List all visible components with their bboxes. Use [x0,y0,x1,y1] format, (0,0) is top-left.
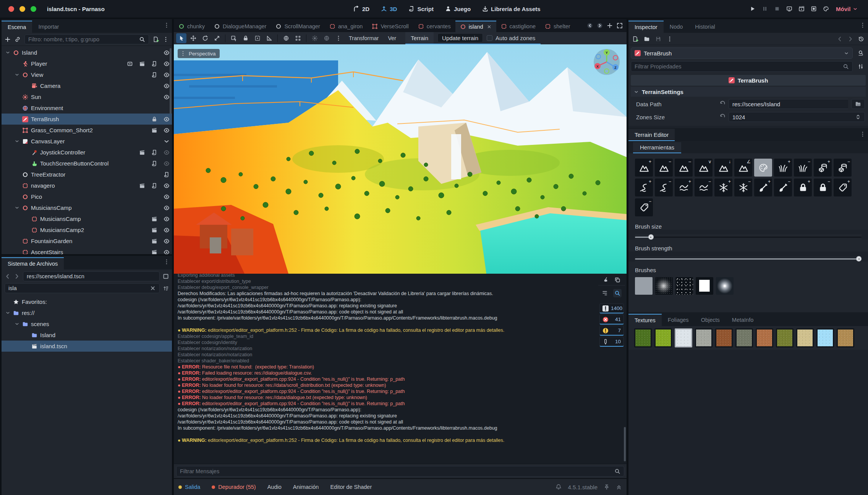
chevdown-toggle-icon[interactable] [164,138,170,144]
script-toggle-icon[interactable] [151,72,157,78]
eye-toggle-icon[interactable] [164,183,170,189]
badge-edits[interactable]: 10 [599,337,624,347]
texture-snow[interactable] [675,328,692,347]
scriptblue-toggle-icon[interactable] [151,183,157,189]
expand-panel-button[interactable] [616,484,622,490]
scene-row-ascentstairs[interactable]: AscentStairs [2,247,172,254]
clapper-toggle-icon[interactable] [151,238,157,244]
brush-scatter-dots[interactable] [675,277,693,295]
scene-filter-input[interactable] [28,36,136,42]
scene-row-musicianscamp[interactable]: MusiciansCamp [2,213,172,224]
tool-set-height[interactable]: ↓ [714,159,732,177]
expand-chevron-icon[interactable] [5,310,10,315]
edited-object-selector[interactable]: TerraBrush [631,47,853,59]
scene-row-sun[interactable]: Sun [2,91,172,102]
expand-chevron-icon[interactable] [15,321,19,326]
scene-row-grass-common-short2[interactable]: Grass_Common_Short2 [2,125,172,136]
scene-row-canvaslayer[interactable]: CanvasLayer [2,136,172,147]
script-toggle-icon[interactable] [164,172,170,178]
scene-tab-cervantes[interactable]: cervantes [413,21,455,32]
eye-toggle-icon[interactable] [164,50,170,56]
viewport-settings-button[interactable] [333,33,343,43]
brush-square-solid[interactable] [696,277,713,295]
tab-herramientas[interactable]: Herramientas [633,142,681,153]
texture-water[interactable] [816,328,834,347]
property-value-box[interactable]: 1024 [729,112,865,122]
prev-scene-tab-button[interactable] [587,23,593,29]
stop-button[interactable] [774,6,780,12]
lock-node-button[interactable] [240,33,251,43]
terrain-editor-menu-button[interactable] [860,131,866,137]
fs-search-input[interactable] [8,285,147,291]
menu-transform[interactable]: Transformar [345,35,382,41]
copy-console-button[interactable] [614,277,620,283]
scene-row-treeextractor[interactable]: TreeExtractor [2,169,172,180]
scene-row-touchscreenbuttoncontrol[interactable]: TouchScreenButtonControl [2,158,172,169]
nav-forward-button[interactable] [14,273,20,279]
slot-toggle-icon[interactable] [127,61,133,67]
open-docs-button[interactable] [856,50,866,56]
scene-row-musicianscamp[interactable]: MusiciansCamp [2,202,172,213]
scene-tab-ScrollManager[interactable]: ScrollManager [271,21,325,32]
bottom-tab-salida[interactable]: Salida [178,484,200,490]
tool-snow-remove[interactable]: − [734,179,752,196]
fs-row-res-[interactable]: res:// [2,307,172,318]
eye-toggle-icon[interactable] [164,216,170,222]
fs-row-scenes[interactable]: scenes [2,318,172,329]
tool-water-add[interactable]: + [675,179,693,196]
sort-files-button[interactable] [163,285,169,291]
mode-button-script[interactable]: Script [408,6,434,12]
ruler-tool-button[interactable] [264,33,274,43]
scene-row-musicianscamp2[interactable]: MusiciansCamp2 [2,224,172,235]
eye-toggle-icon[interactable] [164,238,170,244]
frame-capture-icon[interactable] [811,6,817,12]
tab-escena[interactable]: Escena [2,21,32,33]
auto-add-zones-toggle[interactable]: Auto add zones [487,35,541,41]
tool-sculpt-lower[interactable]: − [655,159,673,177]
tab-importar[interactable]: Importar [32,21,65,33]
snap-toggle-button[interactable] [293,33,303,43]
history-button[interactable] [858,36,864,42]
clapper-toggle-icon[interactable] [151,127,157,133]
tab-objects[interactable]: Objects [695,314,726,326]
tab-inspector[interactable]: Inspector [628,21,664,33]
mode-button-librería-de-assets[interactable]: Librería de Assets [482,6,541,12]
tool-object-remove[interactable]: − [834,159,852,177]
clear-search-icon[interactable] [150,285,156,291]
brush-noise[interactable] [655,277,673,295]
mode-button-2d[interactable]: 2D [353,6,369,12]
mode-button-3d[interactable]: 3D [381,6,397,12]
instance-scene-button[interactable] [15,36,21,42]
scene-row-navagero[interactable]: navagero [2,180,172,191]
scene-tab-DialogueManager[interactable]: DialogueManager [209,21,271,32]
tab-metainfo[interactable]: MetaInfo [726,314,760,326]
tab-textures[interactable]: Textures [628,314,662,326]
tab-filesystem[interactable]: Sistema de Archivos [2,257,64,269]
save-resource-button[interactable] [655,36,661,42]
rotate-tool-button[interactable] [200,33,210,43]
tool-paint-texture[interactable] [754,159,772,177]
bottom-tab-animaci-n[interactable]: Animación [293,484,319,490]
scene-row-view[interactable]: View [2,69,172,80]
maximize-window-button[interactable] [31,6,36,12]
add-node-button[interactable] [5,36,11,42]
texture-clay[interactable] [756,328,773,347]
scene-row-terrabrush[interactable]: TerraBrush [2,114,172,125]
move-tool-button[interactable] [188,33,198,43]
lock-toggle-icon[interactable] [151,116,157,122]
resource-menu-button[interactable] [667,36,673,42]
use-local-space-button[interactable] [281,33,291,43]
texture-dirt[interactable] [715,328,733,347]
tool-hole-remove[interactable]: − [774,179,792,196]
section-terrain-settings[interactable]: TerrainSettings [631,87,866,97]
fs-row-island-tscn[interactable]: island.tscn [2,341,172,352]
tool-hole-add[interactable]: + [754,179,772,196]
console-filter-input[interactable] [180,468,612,474]
brush-size-slider[interactable] [635,234,862,240]
load-resource-button[interactable] [644,36,650,42]
history-forward-button[interactable] [847,36,853,42]
brush-soft-circle[interactable] [635,277,653,295]
texture-gravel[interactable] [735,328,753,347]
scriptgray-toggle-icon[interactable] [151,161,157,167]
property-filter-input[interactable] [635,63,840,70]
